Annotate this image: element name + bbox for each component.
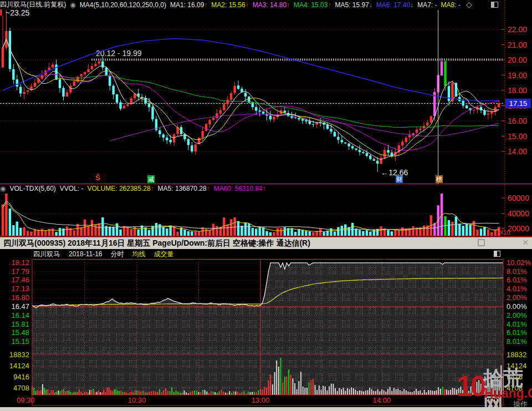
svg-text:10.02%: 10.02% bbox=[507, 259, 531, 267]
svg-text:8.01%: 8.01% bbox=[507, 267, 527, 276]
svg-text:60000: 60000 bbox=[508, 194, 529, 202]
svg-text:18.00: 18.00 bbox=[508, 86, 527, 95]
split-window-icon[interactable] bbox=[491, 2, 498, 8]
status-bar: 四川双马(000935) 2018年11月16日 星期五 PageUp/Down… bbox=[0, 237, 532, 249]
svg-text:17.13: 17.13 bbox=[11, 285, 29, 293]
svg-text:0.00%: 0.00% bbox=[507, 302, 527, 311]
svg-text:4708: 4708 bbox=[13, 384, 29, 392]
daily-indicator-formula[interactable]: MA4(5,10,20,60,120,250,0,0) bbox=[80, 1, 166, 9]
tdx-window: 四川双马(日线.前复权) ◉ MA4(5,10,20,60,120,250,0,… bbox=[0, 0, 532, 411]
svg-text:16.00: 16.00 bbox=[508, 116, 527, 125]
ma-value: MA1: 16.09↑ bbox=[170, 1, 207, 9]
vvol-label: VVOL: - bbox=[60, 185, 84, 192]
svg-text:9416: 9416 bbox=[507, 373, 523, 381]
maximize-icon[interactable] bbox=[478, 239, 485, 246]
intraday-header: 四川双马 2018-11-16 分时均线成交量 bbox=[0, 249, 532, 259]
svg-text:14:00: 14:00 bbox=[373, 396, 391, 404]
svg-text:15.81: 15.81 bbox=[11, 320, 29, 328]
intraday-date: 2018-11-16 bbox=[69, 250, 103, 258]
volume-value: MA60: 56310.84↑ bbox=[214, 185, 266, 192]
svg-text:18832: 18832 bbox=[9, 351, 29, 359]
svg-text:19.00: 19.00 bbox=[508, 71, 527, 80]
svg-text:15.48: 15.48 bbox=[11, 328, 29, 337]
svg-text:15:00: 15:00 bbox=[483, 396, 502, 404]
indicator-settings-icon[interactable]: ◉ bbox=[70, 1, 75, 9]
last-price-box: 17.15 bbox=[505, 99, 531, 108]
svg-text:6.01%: 6.01% bbox=[507, 328, 527, 337]
low-annotation: ←12.66 bbox=[381, 168, 408, 177]
ma-value: MA4: 15.03↑ bbox=[294, 1, 331, 9]
svg-text:15.15: 15.15 bbox=[11, 337, 29, 346]
svg-text:16.14: 16.14 bbox=[11, 311, 29, 319]
svg-text:16.80: 16.80 bbox=[11, 293, 29, 302]
svg-text:20.00: 20.00 bbox=[508, 55, 527, 64]
intraday-chart[interactable]: 18.1217.7917.4617.1316.8016.4716.1415.81… bbox=[0, 259, 532, 411]
tab-均线[interactable]: 均线 bbox=[132, 250, 146, 258]
svg-text:13:00: 13:00 bbox=[252, 396, 270, 404]
ma-value: MA6: 17.40↓ bbox=[376, 1, 413, 9]
svg-text:14.00: 14.00 bbox=[508, 147, 527, 156]
svg-text:6.01%: 6.01% bbox=[507, 276, 527, 284]
ma-value: MA5: 15.97↓ bbox=[335, 1, 372, 9]
svg-text:4.01%: 4.01% bbox=[507, 285, 527, 293]
volume-indicator-icon[interactable]: ◉ bbox=[0, 185, 6, 192]
ma-values: MA1: 16.09↑MA2: 15.56↑MA3: 14.80↑MA4: 15… bbox=[170, 1, 464, 9]
window-bottom-edge bbox=[0, 407, 532, 411]
ma-value: MA8: - bbox=[441, 1, 461, 9]
svg-text:10:30: 10:30 bbox=[128, 396, 146, 404]
close-icon[interactable]: × bbox=[520, 237, 531, 248]
svg-text:14124: 14124 bbox=[9, 362, 29, 370]
daily-chart-header: 四川双马(日线.前复权) ◉ MA4(5,10,20,60,120,250,0,… bbox=[0, 0, 502, 9]
intraday-split-icon[interactable] bbox=[494, 251, 500, 257]
daily-candlestick-chart[interactable]: 20.12 - 19.99~23.25←12.6622.0021.0020.00… bbox=[0, 0, 532, 185]
ma-value: MA7: - bbox=[417, 1, 437, 9]
volume-indicator-name[interactable]: VOL-TDX(5,60) bbox=[9, 185, 55, 192]
svg-text:09:30: 09:30 bbox=[17, 396, 35, 404]
tab-成交量[interactable]: 成交量 bbox=[154, 250, 174, 258]
svg-text:18.12: 18.12 bbox=[11, 259, 29, 267]
svg-text:18832: 18832 bbox=[507, 351, 526, 359]
diamond-icon[interactable]: ◇ bbox=[466, 0, 472, 9]
svg-text:20000: 20000 bbox=[508, 224, 529, 233]
svg-text:15.00: 15.00 bbox=[508, 132, 527, 141]
volume-unit-label: X10 bbox=[499, 229, 510, 236]
svg-text:17.79: 17.79 bbox=[11, 267, 29, 276]
volume-values: VOLUME: 262385.28↑MA5: 136870.28↑MA60: 5… bbox=[88, 185, 270, 192]
high-annotation: ~23.25 bbox=[6, 8, 29, 17]
svg-text:40000: 40000 bbox=[508, 209, 529, 218]
volume-value: MA5: 136870.28↑ bbox=[158, 185, 210, 192]
status-text: 四川双马(000935) 2018年11月16日 星期五 PageUp/Down… bbox=[3, 239, 310, 248]
volume-value: VOLUME: 262385.28↑ bbox=[88, 185, 154, 192]
svg-text:2.00%: 2.00% bbox=[507, 293, 527, 302]
svg-text:4.01%: 4.01% bbox=[507, 320, 527, 328]
candles bbox=[2, 11, 500, 172]
event-marker-减[interactable]: 减 bbox=[147, 175, 155, 183]
tab-分时[interactable]: 分时 bbox=[111, 250, 124, 258]
ma-value: MA2: 15.56↑ bbox=[211, 1, 248, 9]
event-marker-财[interactable]: 财 bbox=[396, 175, 403, 183]
svg-text:16.47: 16.47 bbox=[11, 302, 29, 311]
volume-pane-header: ◉ VOL-TDX(5,60) VVOL: - VOLUME: 262385.2… bbox=[0, 184, 502, 193]
ma-value: MA3: 14.80↑ bbox=[253, 1, 290, 9]
svg-text:14124: 14124 bbox=[507, 362, 526, 370]
svg-text:21.00: 21.00 bbox=[508, 40, 527, 49]
intraday-title: 四川双马 bbox=[33, 250, 60, 259]
svg-text:22.00: 22.00 bbox=[508, 25, 527, 34]
svg-text:9416: 9416 bbox=[13, 373, 29, 381]
svg-text:2.00%: 2.00% bbox=[507, 311, 527, 319]
event-marker-榜[interactable]: 榜 bbox=[436, 175, 443, 183]
event-marker-Ŝ[interactable]: Ŝ bbox=[95, 174, 100, 182]
svg-text:8.01%: 8.01% bbox=[507, 337, 527, 346]
daily-title: 四川双马(日线.前复权) bbox=[0, 0, 66, 9]
svg-text:17.46: 17.46 bbox=[11, 276, 29, 284]
intraday-tabs: 分时均线成交量 bbox=[106, 250, 178, 259]
svg-text:4708: 4708 bbox=[507, 384, 523, 392]
